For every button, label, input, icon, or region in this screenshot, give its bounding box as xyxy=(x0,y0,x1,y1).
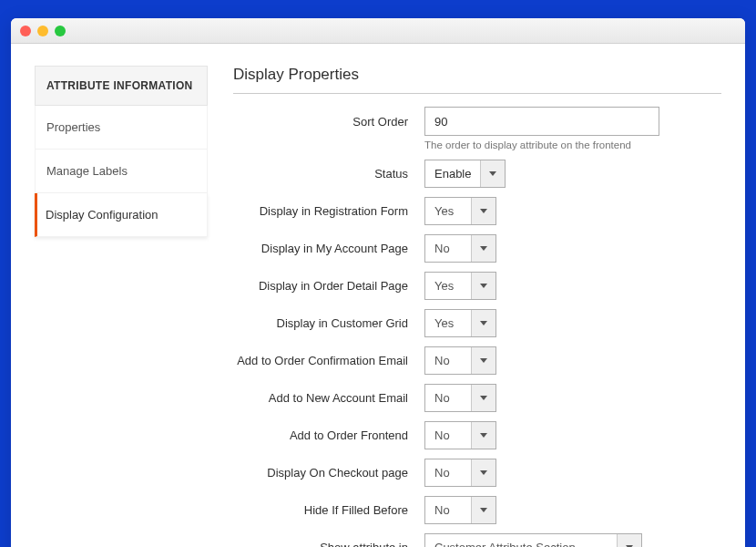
select-caret xyxy=(471,385,495,411)
select-caret xyxy=(471,347,495,374)
select-caret xyxy=(471,198,495,224)
select-add-order-frontend[interactable]: No xyxy=(424,421,496,449)
chevron-down-icon xyxy=(480,396,487,400)
sidebar-item-manage-labels[interactable]: Manage Labels xyxy=(35,150,208,193)
label-display-checkout: Display On Checkout page xyxy=(233,466,424,480)
select-add-order-frontend-value: No xyxy=(425,422,471,449)
select-display-customer-grid-value: Yes xyxy=(425,310,471,336)
row-display-checkout: Display On Checkout page No xyxy=(233,459,721,487)
sidebar-item-label: Display Configuration xyxy=(46,208,158,222)
chevron-down-icon xyxy=(489,171,496,176)
sidebar-tabs: Properties Manage Labels Display Configu… xyxy=(35,106,208,237)
select-add-new-account-email-value: No xyxy=(425,385,471,411)
chevron-down-icon xyxy=(480,246,487,251)
input-sort-order[interactable] xyxy=(424,107,659,136)
select-hide-if-filled-value: No xyxy=(425,497,471,523)
select-status-caret xyxy=(480,160,505,187)
select-display-registration[interactable]: Yes xyxy=(424,197,496,225)
label-sort-order: Sort Order xyxy=(233,115,424,129)
select-display-order-detail-value: Yes xyxy=(425,273,471,299)
select-show-attribute-in-value: Customer Attribute Section xyxy=(425,534,617,547)
label-display-account: Display in My Account Page xyxy=(233,242,424,255)
sidebar-item-label: Properties xyxy=(46,120,100,134)
page-title: Display Properties xyxy=(233,66,721,94)
row-display-customer-grid: Display in Customer Grid Yes xyxy=(233,309,721,337)
select-display-customer-grid[interactable]: Yes xyxy=(424,309,496,337)
chevron-down-icon xyxy=(480,433,487,438)
chevron-down-icon xyxy=(480,358,487,363)
select-add-order-confirm-email-value: No xyxy=(425,347,471,374)
select-display-order-detail[interactable]: Yes xyxy=(424,272,496,300)
main-panel: Display Properties Sort Order The order … xyxy=(233,66,721,547)
row-add-new-account-email: Add to New Account Email No xyxy=(233,384,721,412)
label-show-attribute-in: Show attribute in xyxy=(233,541,424,547)
row-hide-if-filled: Hide If Filled Before No xyxy=(233,496,721,524)
sidebar-header: ATTRIBUTE INFORMATION xyxy=(35,66,208,106)
select-show-attribute-in[interactable]: Customer Attribute Section xyxy=(424,533,642,547)
row-status: Status Enable xyxy=(233,160,721,188)
select-caret xyxy=(471,310,495,336)
chevron-down-icon xyxy=(480,284,487,288)
label-display-registration: Display in Registration Form xyxy=(233,204,424,218)
sidebar-item-display-configuration[interactable]: Display Configuration xyxy=(35,193,208,237)
select-display-registration-value: Yes xyxy=(425,198,471,224)
minimize-icon[interactable] xyxy=(37,26,48,36)
sidebar: ATTRIBUTE INFORMATION Properties Manage … xyxy=(35,66,208,547)
close-icon[interactable] xyxy=(20,26,31,36)
app-window: ATTRIBUTE INFORMATION Properties Manage … xyxy=(11,18,745,547)
sidebar-item-label: Manage Labels xyxy=(46,164,128,178)
select-caret xyxy=(617,534,641,547)
sidebar-item-properties[interactable]: Properties xyxy=(35,106,208,150)
select-display-checkout[interactable]: No xyxy=(424,459,496,487)
select-caret xyxy=(471,422,495,449)
select-caret xyxy=(471,235,495,262)
content-area: ATTRIBUTE INFORMATION Properties Manage … xyxy=(11,44,745,547)
row-display-order-detail: Display in Order Detail Page Yes xyxy=(233,272,721,300)
label-display-customer-grid: Display in Customer Grid xyxy=(233,316,424,330)
row-add-order-confirm-email: Add to Order Confirmation Email No xyxy=(233,346,721,375)
select-add-order-confirm-email[interactable]: No xyxy=(424,346,496,375)
hint-sort-order: The order to display attribute on the fr… xyxy=(424,139,631,150)
select-status[interactable]: Enable xyxy=(424,160,506,188)
select-add-new-account-email[interactable]: No xyxy=(424,384,496,412)
select-hide-if-filled[interactable]: No xyxy=(424,496,496,524)
label-hide-if-filled: Hide If Filled Before xyxy=(233,503,424,517)
titlebar xyxy=(11,18,745,44)
select-caret xyxy=(471,273,495,299)
row-add-order-frontend: Add to Order Frontend No xyxy=(233,421,721,449)
label-add-new-account-email: Add to New Account Email xyxy=(233,391,424,405)
label-add-order-frontend: Add to Order Frontend xyxy=(233,428,424,442)
row-sort-order: Sort Order xyxy=(233,107,721,136)
select-caret xyxy=(471,497,495,523)
row-display-account: Display in My Account Page No xyxy=(233,234,721,263)
select-caret xyxy=(471,459,495,486)
select-display-account[interactable]: No xyxy=(424,234,496,263)
maximize-icon[interactable] xyxy=(55,26,66,36)
row-display-registration: Display in Registration Form Yes xyxy=(233,197,721,225)
chevron-down-icon xyxy=(480,209,487,213)
label-add-order-confirm-email: Add to Order Confirmation Email xyxy=(233,354,424,367)
select-display-checkout-value: No xyxy=(425,459,471,486)
label-display-order-detail: Display in Order Detail Page xyxy=(233,279,424,293)
chevron-down-icon xyxy=(480,508,487,512)
select-status-value: Enable xyxy=(425,160,480,187)
row-show-attribute-in: Show attribute in Customer Attribute Sec… xyxy=(233,533,721,547)
label-status: Status xyxy=(233,167,424,181)
chevron-down-icon xyxy=(480,321,487,325)
chevron-down-icon xyxy=(480,470,487,475)
hint-sort-order-row: The order to display attribute on the fr… xyxy=(233,139,721,150)
select-display-account-value: No xyxy=(425,235,471,262)
